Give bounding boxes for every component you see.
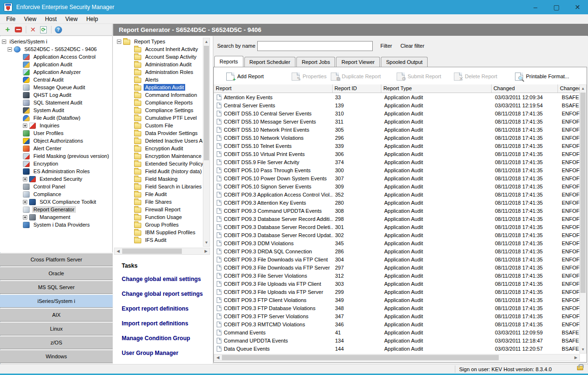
scroll-left-icon[interactable]: ◀: [214, 354, 221, 361]
tree-item-user-profiles[interactable]: User Profiles: [0, 129, 112, 137]
tree-item-es-administration-roles[interactable]: ES Administration Roles: [0, 167, 112, 175]
tree-item-file-audit-dataflow[interactable]: File Audit (Dataflow): [0, 114, 112, 122]
tab-report-jobs[interactable]: Report Jobs: [296, 57, 335, 67]
tree-item-group-profiles[interactable]: Group Profiles: [113, 221, 203, 229]
table-row[interactable]: COBIT PO9.3 FTP Server Violations347Appl…: [214, 312, 580, 320]
tree-item-encryption[interactable]: Encryption: [0, 160, 112, 167]
table-row[interactable]: Central Server Events139Application Audi…: [214, 101, 580, 109]
expand-plus-icon[interactable]: [23, 215, 27, 219]
table-row[interactable]: COBIT PO9.3 RMTCMD Violations346Applicat…: [214, 320, 580, 328]
tree-item-field-search-in-libraries[interactable]: Field Search in Libraries: [113, 183, 203, 190]
close-button[interactable]: ✕: [567, 0, 588, 14]
tree-item-sql-statement-audit[interactable]: SQL Statement Audit: [0, 99, 112, 106]
tree-item-application-access-control[interactable]: Application Access Control: [0, 53, 112, 61]
tab-spooled-output[interactable]: Spooled Output: [381, 57, 428, 67]
column-header-report-id[interactable]: Report ID: [333, 84, 381, 93]
scroll-down-icon[interactable]: ▼: [203, 239, 210, 246]
task-link-manage-condition-group[interactable]: Manage Condition Group: [122, 335, 213, 342]
task-link-change-global-email-settings[interactable]: Change global email settings: [122, 276, 213, 282]
column-header-changed[interactable]: Changed: [492, 84, 558, 93]
table-row[interactable]: Data Queue Events144Application Audit03/…: [214, 344, 580, 353]
scrollbar-thumb[interactable]: [204, 46, 209, 160]
collapse-minus-icon[interactable]: [2, 40, 6, 44]
table-vertical-scrollbar[interactable]: ▲ ▼: [579, 84, 587, 354]
table-row[interactable]: COBIT DS5.10 Network Print Events305Appl…: [214, 125, 580, 134]
menu-item-host-2[interactable]: Host: [41, 14, 61, 23]
table-row[interactable]: COBIT PO9.3 File Uploads via FTP Client3…: [214, 280, 580, 288]
scroll-right-icon[interactable]: ▶: [202, 248, 210, 254]
table-row[interactable]: COBIT PO9.3 Application Access Control V…: [214, 190, 580, 198]
report-types-vertical-scrollbar[interactable]: ▲ ▼: [203, 38, 210, 247]
tree-item-extended-security[interactable]: Extended Security: [0, 175, 112, 183]
table-row[interactable]: COBIT PO9.3 Database Server Record Delet…: [214, 223, 580, 231]
remove-icon[interactable]: [13, 25, 23, 34]
collapse-minus-icon[interactable]: [8, 47, 12, 52]
scroll-right-icon[interactable]: ▶: [572, 354, 579, 361]
menu-item-help-4[interactable]: Help: [82, 14, 103, 23]
table-row[interactable]: COBIT PO5.10 Pass Through Events300Appli…: [214, 166, 580, 174]
platform-button-oracle[interactable]: Oracle: [0, 267, 113, 280]
table-row[interactable]: COBIT PO9.3 Attention Key Events280Appli…: [214, 198, 580, 207]
scrollbar-thumb[interactable]: [580, 93, 586, 293]
add-report-button[interactable]: +Add Report: [226, 70, 264, 83]
tree-item-object-authorizations[interactable]: Object Authorizations: [0, 137, 112, 145]
scroll-left-icon[interactable]: ◀: [115, 248, 122, 254]
tree-item-field-masking-previous-version[interactable]: Field Masking (previous version): [0, 152, 112, 160]
task-link-change-global-report-settings[interactable]: Change global report settings: [122, 291, 213, 297]
tab-reports[interactable]: Reports: [214, 56, 243, 67]
tree-item-file-shares[interactable]: File Shares: [113, 198, 203, 206]
table-row[interactable]: COBIT PO9.3 DRDA SQL Connection286Applic…: [214, 247, 580, 255]
table-row[interactable]: COBIT PO5.10 Power Down System Events307…: [214, 174, 580, 182]
tree-item-application-audit[interactable]: Application Audit: [0, 61, 112, 68]
tree-item-alerts[interactable]: Alerts: [113, 76, 203, 83]
tree-item-sox-compliance-toolkit[interactable]: SOX Compliance Toolkit: [0, 198, 112, 206]
column-header-changed-by[interactable]: Changed By: [558, 84, 580, 93]
tree-item-application-analyzer[interactable]: Application Analyzer: [0, 68, 112, 76]
add-icon[interactable]: +: [3, 25, 12, 34]
tree-item-qhst-log-audit[interactable]: QHST Log Audit: [0, 91, 112, 99]
tree-item-ifs-audit[interactable]: IFS Audit: [113, 236, 203, 244]
tree-item-application-audit[interactable]: Application Audit: [113, 83, 203, 91]
tree-item-firewall-report[interactable]: Firewall Report: [113, 206, 203, 213]
menu-item-view-3[interactable]: View: [61, 14, 82, 23]
maximize-button[interactable]: ▢: [546, 0, 567, 14]
expand-plus-icon[interactable]: [23, 177, 27, 181]
tree-item-administration-audit[interactable]: Administration Audit: [113, 61, 203, 68]
tree-item-compliance-settings[interactable]: Compliance Settings: [113, 106, 203, 114]
tree-item-encryption-audit[interactable]: Encryption Audit: [113, 145, 203, 152]
table-row[interactable]: COBIT PO5.10 Signon Server Events309Appl…: [214, 182, 580, 190]
tree-item-report-types[interactable]: Report Types: [113, 38, 203, 45]
expand-plus-icon[interactable]: [23, 200, 27, 204]
table-horizontal-scrollbar[interactable]: ◀ ▶: [214, 354, 580, 361]
table-row[interactable]: COBIT DS5.10 Virtual Print Events306Appl…: [214, 150, 580, 158]
refresh-icon[interactable]: ⟳: [39, 25, 48, 34]
table-row[interactable]: COBIT DS5.9 File Server Actvity374Applic…: [214, 158, 580, 166]
tree-item-iseries-system-i[interactable]: iSeries/System i: [0, 38, 112, 45]
tree-item-central-audit[interactable]: Central Audit: [0, 76, 112, 83]
menu-item-view-1[interactable]: View: [20, 14, 41, 23]
tree-item-system-audit[interactable]: System Audit: [0, 106, 112, 114]
table-row[interactable]: Attention Key Events33Application Audit0…: [214, 93, 580, 101]
platform-button-windows[interactable]: Windows: [0, 350, 113, 363]
minimize-button[interactable]: –: [525, 0, 546, 14]
table-row[interactable]: COBIT PO9.3 FTP Client Violations349Appl…: [214, 296, 580, 304]
table-row[interactable]: COBIT DS5.10 Telnet Events339Application…: [214, 142, 580, 150]
platform-button-iseries-system-i[interactable]: iSeries/System i: [0, 294, 113, 308]
tree-item-control-panel[interactable]: Control Panel: [0, 183, 112, 190]
task-link-user-group-manager[interactable]: User Group Manager: [122, 350, 213, 356]
scroll-up-icon[interactable]: ▲: [203, 38, 210, 45]
scroll-up-icon[interactable]: ▲: [580, 85, 586, 92]
tree-item-account-swap-activity[interactable]: Account Swap Activity: [113, 53, 203, 61]
help-icon[interactable]: ?: [53, 25, 63, 34]
tree-item-compliance[interactable]: Compliance: [0, 190, 112, 198]
task-link-import-report-definitions[interactable]: Import report definitions: [122, 320, 213, 327]
tree-item-function-usage[interactable]: Function Usage: [113, 213, 203, 221]
table-row[interactable]: COBIT DS5.10 Central Server Events310App…: [214, 109, 580, 117]
table-row[interactable]: COBIT PO9.3 File Downloads via FTP Clien…: [214, 255, 580, 263]
table-row[interactable]: COBIT PO9.3 File Uploads via FTP Server2…: [214, 288, 580, 296]
tree-item-message-queue-audit[interactable]: Message Queue Audit: [0, 83, 112, 91]
tree-item-extended-security-policy[interactable]: Extended Security Policy: [113, 160, 203, 167]
scrollbar-thumb[interactable]: [222, 355, 499, 360]
table-row[interactable]: COBIT PO9.3 File Server Violations312App…: [214, 271, 580, 280]
tree-item-deleted-inactive-users-aut[interactable]: Deleted Inactive Users Aut: [113, 137, 203, 145]
